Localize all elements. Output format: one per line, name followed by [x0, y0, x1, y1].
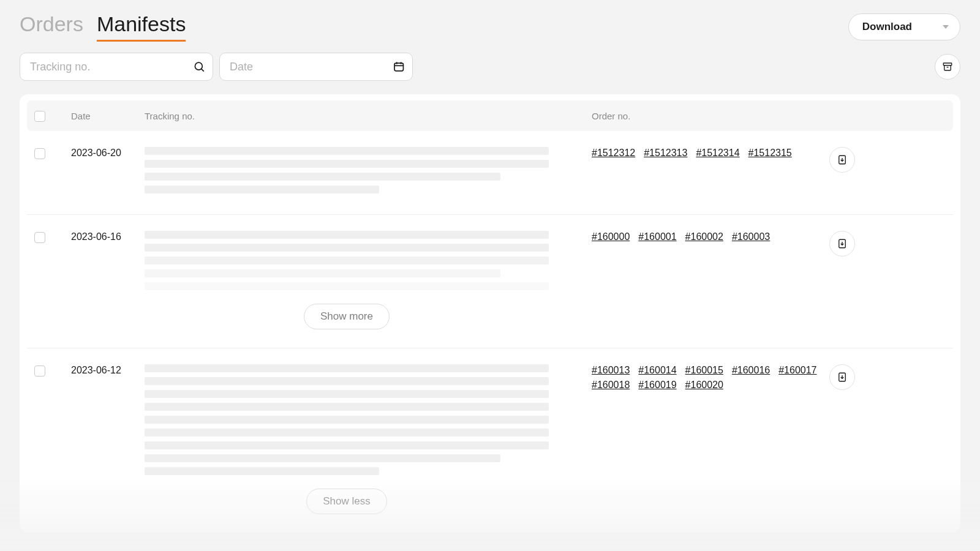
order-link[interactable]: #160001 — [638, 231, 676, 242]
order-link[interactable]: #160003 — [732, 231, 770, 242]
row-date: 2023-06-12 — [71, 364, 145, 376]
row-date: 2023-06-20 — [71, 147, 145, 159]
date-input[interactable] — [230, 61, 393, 73]
row-orders: #1512312 #1512313 #1512314 #1512315 — [592, 147, 818, 159]
download-icon — [837, 372, 848, 383]
search-icon — [193, 60, 205, 73]
order-link[interactable]: #160015 — [685, 365, 723, 376]
order-link[interactable]: #160002 — [685, 231, 723, 242]
order-link[interactable]: #160013 — [592, 365, 630, 376]
row-checkbox[interactable] — [34, 365, 45, 377]
tab-orders[interactable]: Orders — [20, 12, 83, 40]
order-link[interactable]: #160018 — [592, 380, 630, 391]
table-row: 2023-06-16 Show more #160000 #160001 #16… — [27, 215, 953, 348]
chevron-down-icon — [943, 25, 949, 29]
table-row: 2023-06-20 #1512312 #1512313 #1512314 #1… — [27, 131, 953, 215]
archive-button[interactable] — [935, 54, 960, 80]
row-tracking: Show less — [145, 364, 592, 517]
download-button-label: Download — [862, 21, 912, 33]
table-row: 2023-06-12 Show less #160013 #160014 #16… — [27, 348, 953, 533]
order-link[interactable]: #160014 — [638, 365, 676, 376]
date-field[interactable] — [219, 53, 413, 81]
row-download-button[interactable] — [829, 231, 855, 257]
tab-manifests[interactable]: Manifests — [97, 12, 186, 42]
manifests-table: Date Tracking no. Order no. 2023-06-20 #… — [20, 94, 960, 533]
svg-rect-6 — [943, 63, 952, 66]
row-download-button[interactable] — [829, 147, 855, 173]
order-link[interactable]: #1512314 — [696, 148, 739, 159]
order-link[interactable]: #160016 — [732, 365, 770, 376]
col-date: Date — [71, 111, 145, 121]
col-order: Order no. — [592, 111, 818, 121]
row-tracking: Show more — [145, 231, 592, 332]
order-link[interactable]: #1512313 — [644, 148, 687, 159]
svg-rect-2 — [394, 63, 403, 71]
col-tracking: Tracking no. — [145, 111, 592, 121]
tracking-search-field[interactable] — [20, 53, 213, 81]
row-tracking — [145, 147, 592, 198]
calendar-icon — [393, 60, 405, 73]
row-download-button[interactable] — [829, 364, 855, 390]
row-orders: #160013 #160014 #160015 #160016 #160017 … — [592, 364, 818, 391]
svg-point-0 — [195, 62, 202, 70]
row-orders: #160000 #160001 #160002 #160003 — [592, 231, 818, 242]
order-link[interactable]: #160017 — [778, 365, 816, 376]
show-more-button[interactable]: Show more — [304, 304, 390, 329]
table-header: Date Tracking no. Order no. — [27, 100, 953, 131]
row-date: 2023-06-16 — [71, 231, 145, 242]
download-button[interactable]: Download — [848, 13, 960, 40]
order-link[interactable]: #160000 — [592, 231, 630, 242]
order-link[interactable]: #1512312 — [592, 148, 635, 159]
archive-icon — [942, 61, 953, 72]
tracking-search-input[interactable] — [30, 61, 193, 73]
row-checkbox[interactable] — [34, 148, 45, 159]
order-link[interactable]: #160020 — [685, 380, 723, 391]
svg-line-1 — [201, 69, 203, 72]
select-all-checkbox[interactable] — [34, 111, 45, 122]
order-link[interactable]: #160019 — [638, 380, 676, 391]
order-link[interactable]: #1512315 — [748, 148, 792, 159]
show-less-button[interactable]: Show less — [306, 489, 386, 514]
download-icon — [837, 154, 848, 165]
download-icon — [837, 238, 848, 249]
row-checkbox[interactable] — [34, 232, 45, 243]
